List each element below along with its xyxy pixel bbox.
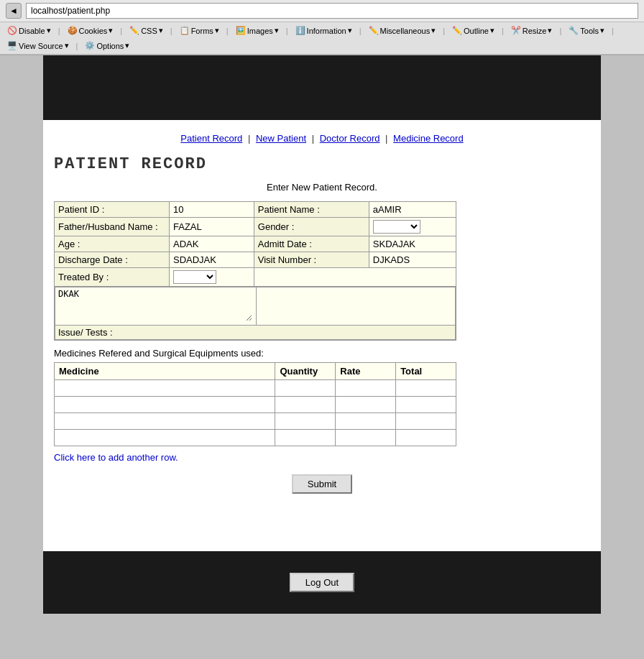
page-title: PATIENT RECORD [54,155,590,173]
logout-button[interactable]: Log Out [290,573,354,592]
toolbar-images[interactable]: 🖼️ Images▾ [233,24,282,37]
medicine-table: Medicine Quantity Rate Total [54,362,456,446]
toolbar-cookies[interactable]: 🍪 Cookies▾ [65,24,116,37]
quantity-input-1[interactable] [278,382,332,395]
patient-id-input[interactable] [173,204,250,215]
toolbar-disable[interactable]: 🚫 Disable▾ [4,24,54,37]
medicine-input-2[interactable] [58,398,272,411]
total-input-2[interactable] [399,398,453,411]
medicine-row [55,413,456,430]
toolbar-forms[interactable]: 📋 Forms▾ [177,24,222,37]
nav-links: Patient Record | New Patient | Doctor Re… [54,127,590,149]
admitt-date-label: Admitt Date : [254,236,369,252]
content-area: Patient Record | New Patient | Doctor Re… [43,120,601,551]
medicines-section-label: Medicines Refered and Surgical Equipment… [54,348,590,359]
table-row: Patient ID : Patient Name : [55,202,456,218]
gender-cell: Male Female [369,218,456,236]
back-button[interactable]: ◄ [6,3,22,19]
admitt-date-input[interactable] [373,239,452,249]
submit-button[interactable]: Submit [292,474,352,494]
toolbar-tools[interactable]: 🔧 Tools▾ [566,24,607,37]
toolbar-misc[interactable]: ✏️ Miscellaneous▾ [366,24,439,37]
table-row: Father/Husband Name : Gender : Male Fema… [55,218,456,236]
total-col-header: Total [396,363,456,380]
discharge-date-label: Discharge Date : [55,252,170,268]
rate-input-4[interactable] [339,431,392,444]
footer-area: Log Out [43,551,601,614]
table-row: Treated By : [55,268,456,287]
discharge-date-input[interactable] [173,254,250,265]
quantity-input-4[interactable] [278,431,332,444]
bottom-space [0,614,644,628]
issue-textarea[interactable]: DKAK [58,289,252,321]
toolbar-css[interactable]: ✏️ CSS▾ [126,24,166,37]
toolbar-resize[interactable]: ✂️ Resize▾ [508,24,556,37]
visit-number-label: Visit Number : [254,252,369,268]
discharge-date-cell [170,252,254,268]
medicine-table-header: Medicine Quantity Rate Total [55,363,456,380]
toolbar-information[interactable]: ℹ️ Information▾ [293,24,355,37]
page-wrapper: Patient Record | New Patient | Doctor Re… [0,55,644,628]
submit-area: Submit [54,474,590,494]
rate-input-1[interactable] [339,382,392,395]
quantity-input-2[interactable] [278,398,332,411]
nav-medicine-record[interactable]: Medicine Record [393,133,464,144]
table-row: Age : Admitt Date : [55,236,456,252]
treated-by-cell [170,268,254,287]
treated-by-extra-input[interactable] [258,272,452,282]
age-input[interactable] [173,239,250,249]
header-banner [43,55,601,120]
add-row-link[interactable]: Click here to add another row. [54,452,590,463]
total-input-4[interactable] [399,431,453,444]
admitt-date-cell [369,236,456,252]
visit-number-input[interactable] [373,254,452,265]
rate-input-3[interactable] [339,415,392,428]
toolbar-viewsource[interactable]: 🖥️ View Source▾ [4,40,72,52]
medicine-row [55,380,456,397]
total-input-3[interactable] [399,415,453,428]
medicine-input-4[interactable] [58,431,272,444]
medicine-row [55,430,456,446]
toolbar-options[interactable]: ⚙️ Options▾ [82,40,132,52]
age-cell [170,236,254,252]
browser-toolbar: 🚫 Disable▾ | 🍪 Cookies▾ | ✏️ CSS▾ | 📋 Fo… [0,22,644,55]
visit-number-cell [369,252,456,268]
gender-select[interactable]: Male Female [373,220,420,234]
medicine-input-3[interactable] [58,415,272,428]
treated-by-select[interactable] [173,270,216,284]
father-label: Father/Husband Name : [55,218,170,236]
patient-name-input[interactable] [373,204,452,215]
medicine-input-1[interactable] [58,382,272,395]
address-bar[interactable] [26,3,638,19]
treated-by-extra [254,268,456,287]
nav-new-patient[interactable]: New Patient [256,133,306,144]
gender-label: Gender : [254,218,369,236]
patient-id-cell [170,202,254,218]
patient-form-table: Patient ID : Patient Name : Father/Husba… [54,201,456,341]
nav-patient-record[interactable]: Patient Record [180,133,242,144]
medicine-col-header: Medicine [55,363,275,380]
form-subtitle: Enter New Patient Record. [54,182,590,193]
father-input[interactable] [173,221,250,232]
treated-by-label: Treated By : [55,268,170,287]
toolbar-outline[interactable]: ✏️ Outline▾ [449,24,497,37]
rate-input-2[interactable] [339,398,392,411]
quantity-col-header: Quantity [275,363,336,380]
patient-name-cell [369,202,456,218]
table-row: Discharge Date : Visit Number : [55,252,456,268]
quantity-input-3[interactable] [278,415,332,428]
issue-label: Issue/ Tests : [58,327,113,338]
rate-col-header: Rate [336,363,396,380]
age-label: Age : [55,236,170,252]
patient-name-label: Patient Name : [254,202,369,218]
nav-doctor-record[interactable]: Doctor Record [320,133,380,144]
browser-chrome: ◄ 🚫 Disable▾ | 🍪 Cookies▾ | ✏️ CSS▾ | 📋 … [0,0,644,55]
medicine-row [55,397,456,413]
father-cell [170,218,254,236]
total-input-1[interactable] [399,382,453,395]
patient-id-label: Patient ID : [55,202,170,218]
browser-titlebar: ◄ [0,0,644,22]
table-row: DKAK Issue/ Tests : [55,287,456,341]
